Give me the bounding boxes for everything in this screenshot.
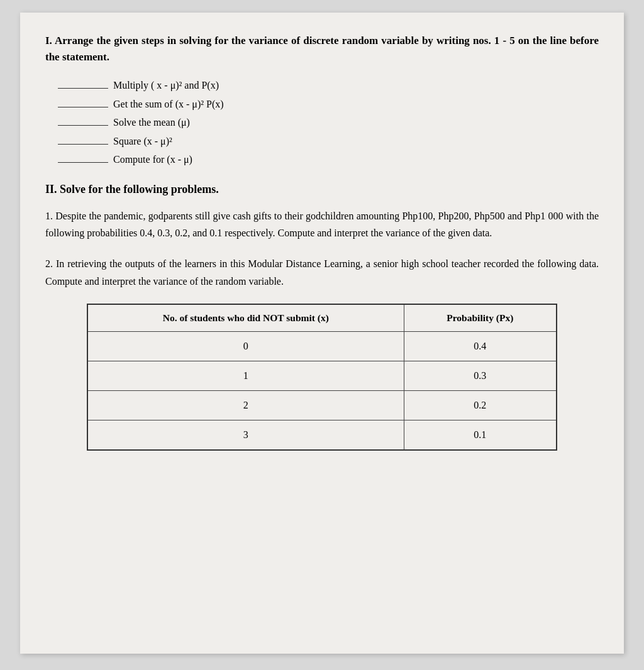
step-text-5: Compute for (x - μ) (113, 151, 192, 168)
table-row: 1 0.3 (87, 361, 557, 390)
problem-2-text: In retrieving the outputs of the learner… (45, 258, 599, 286)
cell-px-0: 0.4 (404, 331, 557, 361)
cell-px-2: 0.2 (404, 390, 557, 420)
step-text-4: Square (x - μ)² (113, 133, 172, 150)
col-header-px: Probability (Px) (404, 304, 557, 332)
problem-2: 2. In retrieving the outputs of the lear… (45, 255, 599, 289)
cell-x-3: 3 (87, 420, 404, 450)
step-text-2: Get the sum of (x - μ)² P(x) (113, 96, 224, 113)
table-body: 0 0.4 1 0.3 2 0.2 3 0.1 (87, 331, 557, 450)
table-header-row: No. of students who did NOT submit (x) P… (87, 304, 557, 332)
table-container: No. of students who did NOT submit (x) P… (45, 304, 599, 451)
section-ii-title: II. Solve for the following problems. (45, 183, 599, 196)
blank-line-3 (58, 125, 108, 126)
blank-line-1 (58, 88, 108, 89)
cell-x-0: 0 (87, 331, 404, 361)
data-table: No. of students who did NOT submit (x) P… (87, 304, 557, 451)
blank-line-4 (58, 144, 108, 145)
cell-x-2: 2 (87, 390, 404, 420)
list-item: Square (x - μ)² (58, 133, 599, 150)
table-row: 3 0.1 (87, 420, 557, 450)
section-i-title: I. Arrange the given steps in solving fo… (45, 33, 599, 65)
list-item: Compute for (x - μ) (58, 151, 599, 168)
cell-px-3: 0.1 (404, 420, 557, 450)
list-item: Get the sum of (x - μ)² P(x) (58, 96, 599, 113)
problem-1-text: Despite the pandemic, godparents still g… (45, 211, 599, 238)
col-header-x: No. of students who did NOT submit (x) (87, 304, 404, 332)
blank-line-5 (58, 162, 108, 163)
list-item: Solve the mean (μ) (58, 114, 599, 131)
problem-1: 1. Despite the pandemic, godparents stil… (45, 207, 599, 241)
table-row: 2 0.2 (87, 390, 557, 420)
section-ii: II. Solve for the following problems. 1.… (45, 183, 599, 451)
blank-line-2 (58, 107, 108, 107)
problem-2-number: 2. (45, 258, 53, 269)
step-list: Multiply ( x - μ)² and P(x) Get the sum … (58, 77, 599, 168)
list-item: Multiply ( x - μ)² and P(x) (58, 77, 599, 94)
cell-px-1: 0.3 (404, 361, 557, 390)
table-row: 0 0.4 (87, 331, 557, 361)
problem-1-number: 1. (45, 211, 53, 221)
step-text-3: Solve the mean (μ) (113, 114, 190, 131)
cell-x-1: 1 (87, 361, 404, 390)
section-i: I. Arrange the given steps in solving fo… (45, 33, 599, 168)
page: I. Arrange the given steps in solving fo… (20, 13, 624, 654)
step-text-1: Multiply ( x - μ)² and P(x) (113, 77, 219, 94)
